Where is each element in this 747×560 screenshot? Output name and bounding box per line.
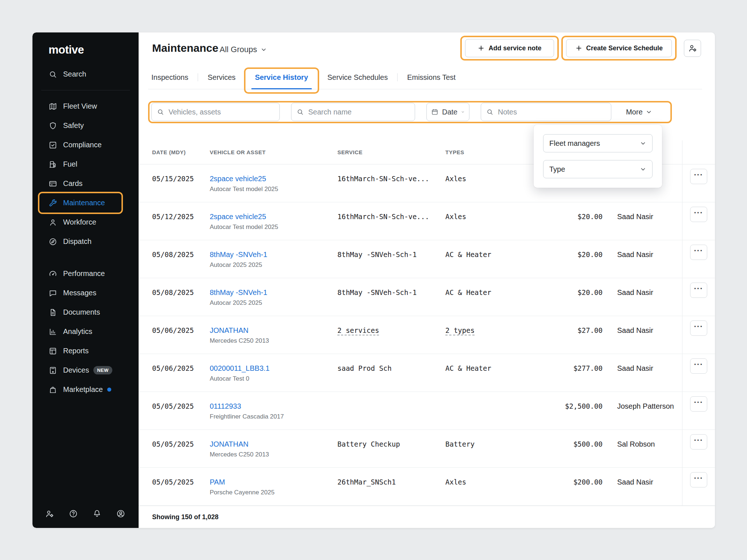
row-actions-button[interactable]	[690, 169, 707, 184]
row-vehicle-cell: 8thMay -SNVeh-1 Autocar 2025 2025	[210, 278, 337, 307]
types-tooltip-link[interactable]: 2 types	[445, 326, 475, 335]
fleet-managers-select[interactable]: Fleet managers	[543, 134, 653, 152]
sidebar-item-fuel[interactable]: Fuel	[32, 155, 139, 174]
sidebar-nav: Search Fleet View Safety Compliance Fuel…	[32, 65, 139, 399]
vehicle-model: Autocar 2025 2025	[210, 299, 337, 307]
tab-service-schedules[interactable]: Service Schedules	[318, 65, 398, 89]
sidebar: motive Search Fleet View Safety Complian…	[32, 32, 139, 528]
row-actions-button[interactable]	[690, 283, 707, 298]
marketplace-dot	[107, 388, 111, 392]
vehicle-link[interactable]: JONATHAN	[210, 326, 248, 335]
search-icon	[486, 108, 494, 116]
vehicle-link[interactable]: 8thMay -SNVeh-1	[210, 288, 267, 297]
row-actions-button[interactable]	[690, 434, 707, 450]
sidebar-item-devices[interactable]: Devices NEW	[32, 361, 139, 380]
row-cost: $20.00	[528, 240, 603, 258]
search-name-input[interactable]	[307, 108, 410, 117]
row-actions-button[interactable]	[690, 396, 707, 412]
row-cost: $27.00	[528, 316, 603, 334]
tab-services[interactable]: Services	[198, 65, 245, 89]
row-cost: $2,500.00	[528, 392, 603, 410]
table-row: 05/06/2025 JONATHAN Mercedes C250 2013 2…	[139, 316, 715, 354]
date-filter-dropdown[interactable]: Date	[426, 103, 469, 121]
help-icon[interactable]	[69, 509, 78, 518]
row-cost: $500.00	[528, 430, 603, 448]
account-icon[interactable]	[116, 509, 125, 518]
sidebar-item-maintenance[interactable]: Maintenance	[32, 193, 139, 213]
table-row: 05/08/2025 8thMay -SNVeh-1 Autocar 2025 …	[139, 278, 715, 316]
vehicle-link[interactable]: 8thMay -SNVeh-1	[210, 250, 267, 259]
row-cost: $277.00	[528, 354, 603, 372]
chevron-down-icon	[640, 140, 646, 147]
sidebar-item-workforce[interactable]: Workforce	[32, 213, 139, 232]
row-date: 05/05/2025	[152, 392, 210, 410]
column-header-date: DATE (MDY)	[152, 149, 210, 155]
row-service: 8thMay -SNVeh-Sch-1	[337, 240, 445, 258]
row-assigned: Saad Nasir	[603, 468, 682, 486]
type-select[interactable]: Type	[543, 160, 653, 178]
sidebar-item-messages[interactable]: Messages	[32, 283, 139, 303]
bell-icon[interactable]	[92, 509, 102, 518]
vehicle-link[interactable]: PAM	[210, 478, 225, 486]
vehicle-model: Freightliner Cascadia 2017	[210, 413, 337, 420]
notes-input[interactable]	[497, 108, 606, 117]
create-service-schedule-button[interactable]: Create Service Schedule	[566, 39, 672, 57]
report-table-icon	[49, 347, 57, 355]
row-actions-button[interactable]	[690, 320, 707, 336]
vehicle-link[interactable]: 2space vehicle25	[210, 213, 266, 221]
compliance-check-icon	[49, 141, 57, 149]
group-filter-label: All Groups	[220, 45, 257, 54]
wrench-icon	[49, 199, 57, 207]
shield-icon	[49, 121, 57, 130]
row-vehicle-cell: 2space vehicle25 Autocar Test model 2025	[210, 202, 337, 231]
vehicle-link[interactable]: JONATHAN	[210, 440, 248, 448]
vehicles-assets-input[interactable]	[168, 108, 274, 117]
group-filter-dropdown[interactable]: All Groups	[220, 45, 267, 54]
sidebar-item-analytics[interactable]: Analytics	[32, 322, 139, 341]
sidebar-item-compliance[interactable]: Compliance	[32, 135, 139, 155]
search-icon	[297, 108, 304, 116]
tab-emissions-test[interactable]: Emissions Test	[398, 65, 465, 89]
row-service: 16thMarch-SN-Sch-ve...	[337, 164, 445, 183]
shopping-bag-icon	[49, 385, 57, 394]
sidebar-item-reports[interactable]: Reports	[32, 341, 139, 361]
sidebar-item-search[interactable]: Search	[32, 65, 139, 84]
chevron-down-icon	[260, 46, 267, 53]
row-types: AC & Heater	[445, 354, 528, 372]
row-actions-button[interactable]	[690, 207, 707, 222]
notes-filter[interactable]	[481, 103, 611, 121]
row-actions-button[interactable]	[690, 472, 707, 487]
chat-bubble-icon	[49, 289, 57, 298]
more-filters-button[interactable]: More	[617, 103, 661, 121]
user-settings-button[interactable]	[684, 40, 701, 57]
admin-gear-icon[interactable]	[45, 509, 54, 518]
service-tooltip-link[interactable]: 2 services	[337, 326, 379, 335]
compass-icon	[49, 237, 57, 246]
tab-inspections[interactable]: Inspections	[142, 65, 198, 89]
search-name-filter[interactable]	[291, 103, 415, 121]
row-service: 16thMarch-SN-Sch-ve...	[337, 202, 445, 221]
vehicles-assets-filter[interactable]	[151, 103, 280, 121]
row-types	[445, 392, 528, 402]
vehicle-model: Porsche Cayenne 2025	[210, 489, 337, 496]
row-vehicle-cell: 00200011_LBB3.1 Autocar Test 0	[210, 354, 337, 382]
tab-service-history[interactable]: Service History	[245, 65, 318, 89]
row-actions-button[interactable]	[690, 358, 707, 374]
vehicle-link[interactable]: 2space vehicle25	[210, 175, 266, 183]
sidebar-item-cards[interactable]: Cards	[32, 174, 139, 193]
sidebar-item-performance[interactable]: Performance	[32, 264, 139, 283]
row-service: 26thMar_SNSch1	[337, 468, 445, 486]
row-types: Battery	[445, 430, 528, 448]
sidebar-item-marketplace[interactable]: Marketplace	[32, 380, 139, 399]
sidebar-item-documents[interactable]: Documents	[32, 303, 139, 322]
vehicle-link[interactable]: 01112933	[210, 402, 241, 411]
sidebar-item-safety[interactable]: Safety	[32, 116, 139, 135]
row-assigned: Saad Nasir	[603, 354, 682, 373]
sidebar-item-fleet-view[interactable]: Fleet View	[32, 97, 139, 116]
add-service-note-button[interactable]: Add service note	[465, 39, 554, 57]
row-actions-button[interactable]	[690, 245, 707, 260]
sidebar-item-dispatch[interactable]: Dispatch	[32, 232, 139, 251]
row-assigned: Joseph Patterson	[603, 392, 682, 411]
column-header-vehicle: VEHICLE OR ASSET	[210, 149, 337, 155]
vehicle-link[interactable]: 00200011_LBB3.1	[210, 364, 270, 373]
